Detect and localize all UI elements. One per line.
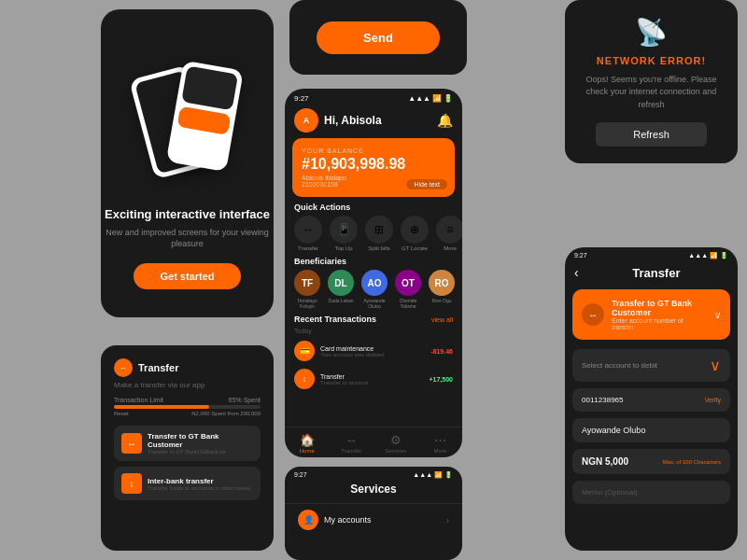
transfer-screen: ↔ Transfer Make a transfer via our app T… bbox=[101, 345, 274, 551]
ben-avatar-1: TF bbox=[294, 270, 320, 296]
nav-transfer[interactable]: ↔ Transfer bbox=[330, 433, 374, 454]
exciting-title: Exciting interactive interface bbox=[105, 207, 270, 221]
services-title: Services bbox=[285, 481, 462, 503]
transaction-1[interactable]: 💳 Card maintenance Your account was debi… bbox=[285, 337, 462, 365]
quick-actions-title: Quick Actions bbox=[285, 203, 462, 216]
td-signal: ▲▲▲ 📶 🔋 bbox=[688, 252, 728, 259]
account-number-value: 0011238965 bbox=[582, 396, 624, 404]
services-time: 9:27 bbox=[294, 471, 307, 479]
select-chevron-icon: ∨ bbox=[710, 357, 721, 374]
time: 9:27 bbox=[294, 94, 309, 103]
beneficiary-name-field: Ayowande Olubo bbox=[572, 418, 730, 442]
action-transfer-label: Transfer bbox=[298, 245, 318, 251]
action-topup[interactable]: 📱 Top Up bbox=[330, 216, 358, 251]
trans-name-1: Card maintenance bbox=[320, 345, 425, 352]
action-locate-label: GT Locate bbox=[402, 245, 428, 251]
view-all-link[interactable]: view all bbox=[431, 316, 453, 323]
no-wifi-icon: 📡 bbox=[635, 17, 668, 48]
recent-title: Recent Transactions bbox=[294, 315, 376, 324]
gt-transfer-title: Transfer to GT Bank Customer bbox=[148, 432, 253, 449]
avatar: A bbox=[294, 108, 318, 133]
refresh-button[interactable]: Refresh bbox=[596, 122, 707, 147]
services-screen: 9:27 ▲▲▲ 📶 🔋 Services 👤 My accounts › bbox=[285, 467, 462, 560]
beneficiaries-list: TF Temidayo Foloyin DL Dada Lekan AO Ayo… bbox=[285, 270, 462, 315]
back-button[interactable]: ‹ bbox=[574, 265, 579, 280]
service-my-accounts[interactable]: 👤 My accounts › bbox=[285, 503, 462, 536]
recipient-acct-hint: Enter account number of transfer bbox=[612, 317, 707, 330]
split-icon: ⊞ bbox=[365, 216, 393, 244]
signal-icon: ▲▲▲ bbox=[408, 94, 430, 103]
action-more[interactable]: ≡ More bbox=[436, 216, 462, 251]
interbank-sub: Transfer funds to accounts in other bank… bbox=[148, 485, 253, 491]
trans-icon-2: ↕ bbox=[294, 369, 315, 389]
action-split[interactable]: ⊞ Split bills bbox=[365, 216, 393, 251]
ben-name-2: Dada Lekan bbox=[329, 298, 354, 303]
ben-name-5: Roni Ogu bbox=[431, 298, 451, 303]
ben-item-1[interactable]: TF Temidayo Foloyin bbox=[294, 270, 320, 309]
nav-home-label: Home bbox=[300, 448, 315, 454]
topup-icon: 📱 bbox=[330, 216, 358, 244]
trans-name-2: Transfer bbox=[320, 373, 424, 380]
ben-avatar-4: OT bbox=[395, 270, 421, 296]
services-nav-icon: ⚙ bbox=[390, 433, 402, 447]
amount-value: NGN 5,000 bbox=[582, 456, 628, 467]
my-accounts-label: My accounts bbox=[324, 515, 372, 525]
balance-label: YOUR BALANCE bbox=[302, 147, 445, 154]
select-account-field[interactable]: Select account to debit ∨ bbox=[572, 349, 730, 382]
verify-button[interactable]: Verify bbox=[704, 397, 721, 403]
exciting-subtitle: New and improved screens for your viewin… bbox=[101, 227, 274, 250]
ben-item-2[interactable]: DL Dada Lekan bbox=[328, 270, 354, 309]
memo-placeholder: Memo (Optional) bbox=[582, 488, 638, 497]
recipient-card[interactable]: ↔ Transfer to GT Bank Customer Enter acc… bbox=[572, 289, 730, 340]
nav-more[interactable]: ⋯ More bbox=[418, 433, 463, 454]
greeting-text: Hi, Abisola bbox=[324, 114, 437, 127]
ben-item-3[interactable]: AO Ayowande Olubo bbox=[361, 270, 388, 309]
ben-name-4: Olumide Tobishe bbox=[395, 298, 421, 309]
balance-card: YOUR BALANCE #10,903,998.98 Abisola Ibid… bbox=[292, 138, 455, 197]
action-more-label: More bbox=[444, 245, 457, 251]
recent-header: Recent Transactions view all bbox=[285, 315, 462, 328]
action-split-label: Split bills bbox=[368, 245, 390, 251]
action-transfer[interactable]: ↔ Transfer bbox=[294, 216, 322, 251]
more-nav-icon: ⋯ bbox=[434, 433, 446, 447]
wifi-icon: 📶 bbox=[432, 94, 442, 103]
send-screen: Send bbox=[289, 0, 467, 75]
transfer-option-interbank[interactable]: ↕ Inter-bank transfer Transfer funds to … bbox=[114, 467, 261, 500]
memo-field[interactable]: Memo (Optional) bbox=[572, 481, 730, 504]
nav-services[interactable]: ⚙ Services bbox=[374, 433, 418, 454]
recipient-info: Transfer to GT Bank Customer Enter accou… bbox=[612, 299, 707, 330]
gt-transfer-icon: ↔ bbox=[121, 433, 142, 454]
transfer-detail-title: Transfer bbox=[585, 266, 728, 280]
td-time: 9:27 bbox=[574, 252, 587, 259]
ben-avatar-3: AO bbox=[361, 270, 388, 296]
hide-button[interactable]: Hide text bbox=[406, 179, 447, 189]
transaction-2[interactable]: ↕ Transfer Transfer to account +17,500 bbox=[285, 365, 462, 393]
send-button[interactable]: Send bbox=[317, 21, 440, 54]
phones-illustration bbox=[101, 9, 274, 207]
notification-icon[interactable]: 🔔 bbox=[437, 113, 453, 128]
limit-used: Reset bbox=[114, 411, 129, 416]
network-error-message: Oops! Seems you're offline. Please check… bbox=[580, 74, 723, 112]
interbank-info: Inter-bank transfer Transfer funds to ac… bbox=[148, 477, 253, 491]
action-locate[interactable]: ⊕ GT Locate bbox=[401, 216, 429, 251]
network-error-title: NETWORK ERROR! bbox=[597, 55, 706, 66]
transfer-subtitle: Make a transfer via our app bbox=[114, 381, 261, 389]
transfer-detail-screen: 9:27 ▲▲▲ 📶 🔋 ‹ Transfer ↔ Transfer to GT… bbox=[565, 247, 738, 551]
gt-transfer-sub: Transfer to GT Bank/GtBank.de bbox=[148, 449, 253, 455]
amount-field[interactable]: NGN 5,000 Max: of 100 Characters bbox=[572, 449, 730, 474]
nav-home[interactable]: 🏠 Home bbox=[285, 433, 330, 454]
service-left: 👤 My accounts bbox=[298, 510, 372, 530]
ben-item-5[interactable]: RO Roni Ogu bbox=[429, 270, 455, 309]
recipient-icon: ↔ bbox=[582, 303, 604, 326]
interbank-title: Inter-bank transfer bbox=[148, 477, 253, 485]
ben-avatar-2: DL bbox=[328, 270, 354, 296]
limit-pct: 65% Spent bbox=[229, 397, 261, 403]
ben-item-4[interactable]: OT Olumide Tobishe bbox=[395, 270, 421, 309]
ben-avatar-5: RO bbox=[429, 270, 455, 296]
account-number-field[interactable]: 0011238965 Verify bbox=[572, 388, 730, 412]
transfer-option-gt[interactable]: ↔ Transfer to GT Bank Customer Transfer … bbox=[114, 426, 261, 461]
action-topup-label: Top Up bbox=[334, 245, 352, 251]
gt-transfer-info: Transfer to GT Bank Customer Transfer to… bbox=[148, 432, 253, 455]
get-started-button[interactable]: Get started bbox=[134, 263, 240, 289]
nav-more-label: More bbox=[433, 448, 446, 454]
